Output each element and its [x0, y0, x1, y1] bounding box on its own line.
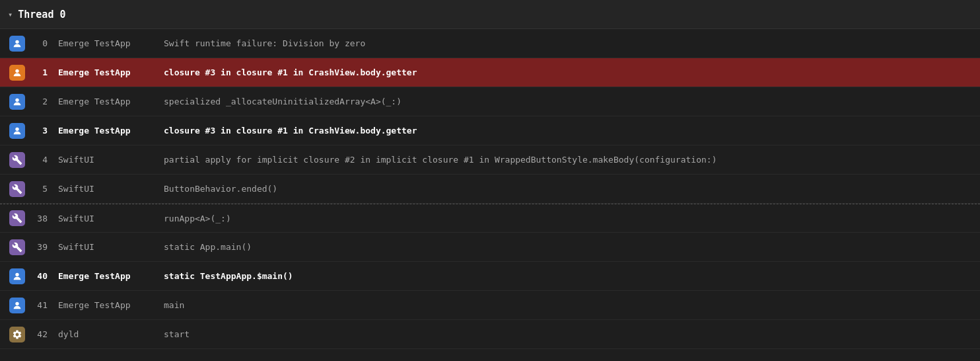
library-name: Emerge TestApp	[58, 271, 164, 281]
symbol-name: start	[164, 329, 975, 339]
person-icon	[5, 65, 29, 81]
wrench-icon	[5, 181, 29, 197]
frame-number: 4	[29, 155, 58, 165]
person-icon	[5, 298, 29, 313]
wrench-icon	[5, 210, 29, 226]
person-icon	[5, 123, 29, 139]
table-row[interactable]: 42dyldstart	[0, 320, 980, 349]
svg-point-0	[15, 40, 18, 43]
person-icon	[5, 268, 29, 284]
frame-number: 42	[29, 329, 58, 339]
symbol-name: specialized _allocateUninitializedArray<…	[164, 97, 975, 106]
svg-point-3	[15, 127, 18, 130]
thread-header[interactable]: ▾ Thread 0	[0, 0, 980, 29]
library-name: dyld	[58, 329, 164, 339]
thread-panel: ▾ Thread 0 0Emerge TestAppSwift runtime …	[0, 0, 980, 349]
library-name: Emerge TestApp	[58, 126, 164, 136]
svg-point-4	[15, 272, 18, 276]
table-row[interactable]: 0Emerge TestAppSwift runtime failure: Di…	[0, 29, 980, 58]
table-row[interactable]: 3Emerge TestAppclosure #3 in closure #1 …	[0, 116, 980, 145]
frame-number: 2	[29, 97, 58, 106]
library-name: Emerge TestApp	[58, 300, 164, 310]
frame-number: 0	[29, 38, 58, 48]
table-row[interactable]: 41Emerge TestAppmain	[0, 291, 980, 320]
frame-number: 39	[29, 242, 58, 252]
gear-icon	[5, 327, 29, 342]
svg-point-5	[15, 301, 18, 305]
table-row[interactable]: 38SwiftUIrunApp<A>(_:)	[0, 204, 980, 233]
symbol-name: closure #3 in closure #1 in CrashView.bo…	[164, 126, 975, 136]
library-name: Emerge TestApp	[58, 38, 164, 48]
frame-number: 40	[29, 271, 58, 281]
library-name: Emerge TestApp	[58, 97, 164, 106]
table-row[interactable]: 1Emerge TestAppclosure #3 in closure #1 …	[0, 58, 980, 87]
table-row[interactable]: 40Emerge TestAppstatic TestAppApp.$main(…	[0, 262, 980, 291]
person-icon	[5, 36, 29, 52]
symbol-name: static App.main()	[164, 242, 975, 252]
frame-number: 5	[29, 184, 58, 194]
chevron-icon: ▾	[8, 10, 13, 19]
symbol-name: closure #3 in closure #1 in CrashView.bo…	[164, 67, 975, 77]
thread-title: Thread 0	[18, 9, 65, 20]
frame-number: 3	[29, 126, 58, 136]
library-name: Emerge TestApp	[58, 67, 164, 77]
frame-number: 1	[29, 67, 58, 77]
svg-point-1	[15, 69, 18, 72]
frame-number: 41	[29, 300, 58, 310]
table-row[interactable]: 2Emerge TestAppspecialized _allocateUnin…	[0, 87, 980, 116]
table-row[interactable]: 39SwiftUIstatic App.main()	[0, 233, 980, 262]
symbol-name: runApp<A>(_:)	[164, 214, 975, 223]
symbol-name: partial apply for implicit closure #2 in…	[164, 155, 975, 165]
symbol-name: main	[164, 300, 975, 310]
wrench-icon	[5, 152, 29, 168]
person-icon	[5, 94, 29, 110]
svg-point-2	[15, 98, 18, 101]
table-row[interactable]: 5SwiftUIButtonBehavior.ended()	[0, 175, 980, 204]
library-name: SwiftUI	[58, 214, 164, 223]
symbol-name: ButtonBehavior.ended()	[164, 184, 975, 194]
library-name: SwiftUI	[58, 242, 164, 252]
library-name: SwiftUI	[58, 184, 164, 194]
frame-number: 38	[29, 214, 58, 223]
library-name: SwiftUI	[58, 155, 164, 165]
wrench-icon	[5, 239, 29, 255]
table-row[interactable]: 4SwiftUIpartial apply for implicit closu…	[0, 145, 980, 175]
frames-container: 0Emerge TestAppSwift runtime failure: Di…	[0, 29, 980, 349]
symbol-name: static TestAppApp.$main()	[164, 271, 975, 281]
symbol-name: Swift runtime failure: Division by zero	[164, 38, 975, 48]
